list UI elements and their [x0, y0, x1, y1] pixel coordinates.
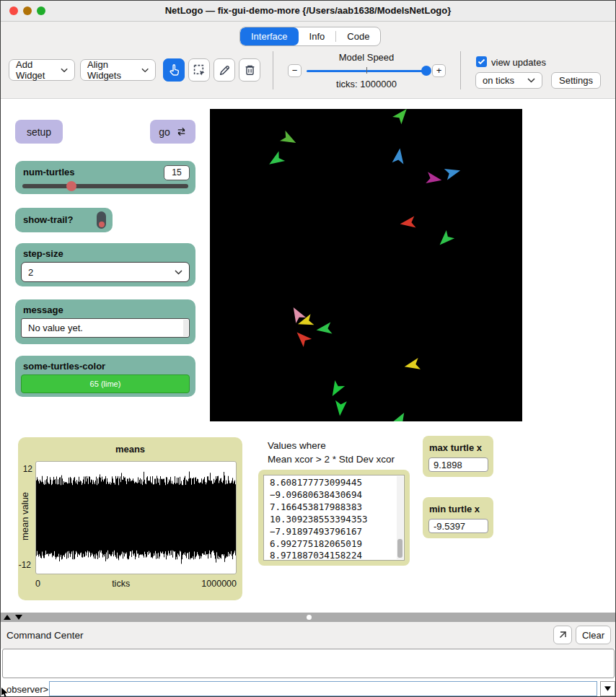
setup-button[interactable]: setup [15, 120, 63, 144]
chevron-down-icon [141, 68, 149, 73]
num-turtles-slider-widget: num-turtles 15 [15, 161, 195, 194]
chevron-down-icon [527, 78, 535, 83]
step-size-dropdown[interactable]: 2 [21, 262, 190, 282]
triangle-up-icon [4, 615, 11, 620]
command-center-splitter[interactable] [1, 613, 615, 622]
command-center-location-button[interactable] [553, 626, 572, 644]
interface-canvas: setup go num-turtles 15 show-trail? step… [1, 99, 615, 613]
speed-decrease-button[interactable]: − [288, 64, 302, 77]
show-trail-toggle[interactable] [97, 211, 106, 229]
max-turtle-x-value: 9.1898 [428, 457, 488, 472]
output-line: 8.971887034158224 [270, 550, 404, 561]
toolbar-divider [273, 51, 273, 89]
chevron-down-icon [175, 270, 182, 275]
step-size-chooser-widget: step-size 2 [15, 243, 195, 286]
num-turtles-thumb[interactable] [66, 181, 76, 191]
turtle [334, 400, 347, 416]
setup-button-label: setup [27, 126, 51, 138]
output-lines: 8.608177773099445−9.096806384306947.1664… [264, 475, 404, 561]
plot-area [35, 461, 237, 574]
min-turtle-x-monitor: min turtle x -9.5397 [423, 497, 493, 538]
output-line: 7.166453817988383 [270, 501, 404, 514]
turtle [315, 323, 332, 336]
command-input[interactable] [49, 681, 597, 696]
step-size-label: step-size [23, 248, 63, 259]
message-input[interactable]: No value yet. [21, 318, 190, 338]
tab-interface[interactable]: Interface [240, 27, 299, 45]
turtle [280, 131, 299, 148]
plot-series-canvas [36, 462, 236, 574]
interact-tool-button[interactable] [163, 58, 185, 82]
max-turtle-x-monitor: max turtle x 9.1898 [423, 436, 493, 477]
num-turtles-track[interactable] [22, 184, 188, 188]
add-widget-dropdown[interactable]: Add Widget [9, 59, 75, 81]
align-widgets-dropdown[interactable]: Align Widgets [80, 59, 156, 81]
view-updates-checkbox[interactable] [476, 56, 487, 67]
trash-icon [244, 64, 256, 76]
output-line: 8.608177773099445 [270, 477, 404, 489]
num-turtles-label: num-turtles [23, 167, 75, 177]
command-history-dropdown[interactable] [600, 681, 615, 696]
turtle [399, 216, 415, 230]
header-bar: Interface Info Code Add Widget Align Wid… [1, 22, 615, 99]
chevron-down-icon [61, 68, 68, 73]
turtle [426, 172, 442, 185]
add-widget-label: Add Widget [16, 59, 61, 81]
speed-increase-button[interactable]: + [432, 64, 446, 77]
splitter-collapse-down-button[interactable] [14, 613, 23, 622]
check-icon [478, 58, 485, 65]
align-widgets-label: Align Widgets [87, 59, 141, 81]
turtle [392, 109, 411, 124]
edit-widget-tool-button[interactable] [214, 58, 235, 82]
output-text-area: 8.608177773099445−9.096806384306947.1664… [263, 475, 405, 561]
output-scrollbar-thumb[interactable] [397, 539, 402, 558]
turtle [392, 410, 409, 421]
speed-slider-center-tick [366, 67, 367, 74]
netlogo-window: NetLogo — fix-gui-demo-more {/Users/aab1… [0, 0, 616, 697]
output-scrollbar[interactable] [397, 476, 403, 559]
delete-widget-tool-button[interactable] [239, 58, 260, 82]
values-heading-line1: Values where [268, 439, 395, 452]
marquee-select-icon [193, 64, 206, 76]
values-output-widget: 8.608177773099445−9.096806384306947.1664… [258, 470, 410, 566]
output-line: −7.91897493796167 [270, 526, 404, 538]
message-label: message [23, 304, 63, 315]
window-title: NetLogo — fix-gui-demo-more {/Users/aab1… [1, 1, 615, 21]
means-plot-widget: means 12 mean value -12 0 ticks 1000000 [18, 437, 242, 600]
splitter-expand-up-button[interactable] [2, 613, 12, 622]
update-mode-dropdown[interactable]: on ticks [475, 72, 542, 89]
triangle-down-icon [15, 615, 22, 620]
go-button[interactable]: go [150, 120, 195, 144]
turtle [444, 165, 462, 180]
popout-arrow-icon [558, 630, 568, 640]
some-turtles-color-widget: some-turtles-color 65 (lime) [15, 356, 195, 397]
select-widgets-tool-button[interactable] [188, 58, 210, 82]
turtle [293, 328, 312, 347]
settings-button[interactable]: Settings [551, 72, 601, 89]
output-line: 6.992775182065019 [270, 538, 404, 551]
turtle [266, 152, 285, 170]
message-input-value: No value yet. [28, 323, 83, 333]
x-axis-min-tick: 0 [35, 579, 40, 589]
tab-code[interactable]: Code [336, 27, 380, 45]
view-updates-label: view updates [491, 57, 546, 68]
turtle [436, 230, 454, 249]
y-axis-min-tick: -12 [17, 560, 31, 570]
splitter-drag-handle[interactable] [307, 615, 312, 620]
toggle-knob [99, 222, 105, 227]
min-turtle-x-label: min turtle x [429, 504, 480, 514]
num-turtles-value: 15 [164, 165, 190, 180]
x-axis-max-tick: 1000000 [201, 579, 237, 589]
command-center-output [2, 649, 615, 678]
x-axis: 0 ticks 1000000 [35, 579, 237, 589]
y-axis-label: mean value [19, 473, 30, 560]
clear-button[interactable]: Clear [576, 626, 611, 644]
input-scroll-gutter [183, 320, 188, 336]
some-turtles-color-button[interactable]: 65 (lime) [21, 374, 190, 393]
speed-slider-thumb[interactable] [421, 66, 431, 76]
values-heading-line2: Mean xcor > 2 * Std Dev xcor [268, 452, 395, 466]
toolbar-divider [460, 51, 461, 89]
triangle-down-icon [604, 686, 611, 691]
values-heading: Values where Mean xcor > 2 * Std Dev xco… [268, 439, 395, 466]
tab-info[interactable]: Info [299, 27, 336, 45]
